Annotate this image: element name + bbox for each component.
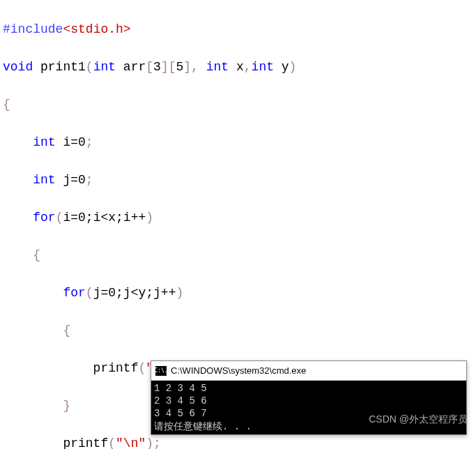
ident-token: j=0 — [56, 173, 86, 187]
console-titlebar[interactable]: C:\. C:\WINDOWS\system32\cmd.exe — [151, 361, 466, 381]
ident-token: printf — [3, 361, 138, 375]
ident-token: x — [229, 60, 244, 74]
punct-token: , — [244, 60, 252, 74]
code-line: int j=0; — [3, 171, 473, 190]
code-line: { — [3, 246, 473, 265]
console-line: 3 4 5 6 7 — [154, 408, 207, 419]
ident-token: j=0;j<y;j++ — [93, 286, 176, 300]
kw-token: int — [252, 60, 274, 74]
console-line: 请按任意键继续. . . — [154, 421, 252, 432]
string-token: "\n" — [116, 436, 146, 449]
cmd-icon-inner: C:\. — [154, 368, 167, 374]
cmd-icon: C:\. — [155, 366, 167, 376]
code-line: #include<stdio.h> — [3, 20, 473, 39]
code-line: for(i=0;i<x;i++) — [3, 208, 473, 227]
semi-token: ; — [86, 135, 93, 149]
ident-token: arr — [116, 60, 146, 74]
paren-token: ) — [146, 436, 153, 449]
func-token: print1 — [33, 60, 86, 74]
semi-token: ; — [153, 436, 161, 449]
brace-token: { — [3, 248, 40, 262]
kw-token: int — [3, 135, 56, 149]
ident-token: printf — [3, 436, 108, 449]
ident-token: i=0;i<x;i++ — [63, 211, 146, 224]
code-line: for(j=0;j<y;j++) — [3, 284, 473, 303]
console-line: 2 3 4 5 6 — [154, 395, 207, 406]
kw-token: for — [3, 286, 86, 300]
paren-token: ) — [289, 60, 297, 74]
code-line: { — [3, 321, 473, 340]
num-token: 3 — [153, 60, 161, 74]
code-line: int i=0; — [3, 133, 473, 152]
paren-token: ( — [56, 211, 63, 224]
code-line: void print1(int arr[3][5], int x,int y) — [3, 58, 473, 77]
paren-token: ( — [86, 60, 93, 74]
console-title: C:\WINDOWS\system32\cmd.exe — [171, 364, 306, 378]
num-token: 5 — [176, 60, 184, 74]
brace-token: { — [3, 98, 10, 112]
kw-token: int — [93, 60, 116, 74]
code-line: { — [3, 96, 473, 114]
ident-token: i=0 — [56, 135, 86, 149]
paren-token: ( — [108, 436, 116, 449]
kw-token: int — [3, 173, 56, 187]
kw-token: void — [3, 60, 33, 74]
paren-token: ) — [176, 286, 183, 300]
watermark-text: CSDN @外太空程序员 — [369, 412, 468, 427]
paren-token: ) — [146, 211, 153, 224]
header-token: <stdio.h> — [63, 22, 130, 36]
bracket-token: ], — [183, 60, 199, 74]
semi-token: ; — [86, 173, 93, 187]
bracket-token: ][ — [161, 60, 176, 74]
bracket-token: [ — [146, 60, 153, 74]
ident-token: y — [274, 60, 289, 74]
paren-token: ( — [138, 361, 146, 375]
macro-token: #include — [3, 22, 63, 36]
paren-token: ( — [86, 286, 93, 300]
console-line: 1 2 3 4 5 — [154, 383, 207, 394]
code-line: printf("\n"); — [3, 434, 473, 449]
brace-token: { — [3, 324, 70, 337]
kw-token: for — [3, 211, 56, 224]
kw-token: int — [199, 60, 229, 74]
brace-token: } — [3, 399, 70, 413]
